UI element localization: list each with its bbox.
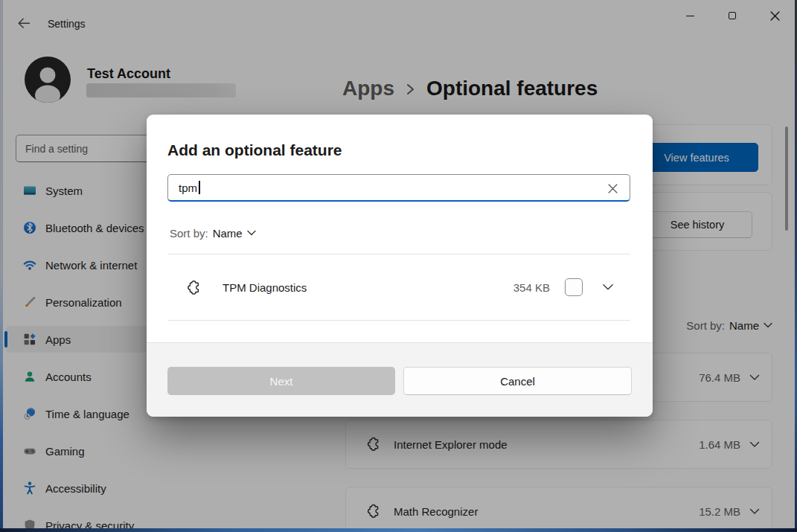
add-optional-feature-dialog: Add an optional feature tpm Sort by: Nam… [147,115,653,417]
sort-by-value: Name [213,227,243,240]
text-caret [199,181,200,194]
divider [167,320,630,321]
sort-by-label: Sort by: [170,227,208,240]
feature-checkbox[interactable] [565,278,583,296]
feature-size: 354 KB [513,281,550,294]
dialog-title: Add an optional feature [167,141,342,159]
desktop-edge-bottom [0,528,797,532]
cancel-button[interactable]: Cancel [403,367,632,395]
search-query-text: tpm [179,182,197,194]
next-button[interactable]: Next [167,367,395,395]
settings-window: Settings Test Account [0,0,797,532]
clear-search-button[interactable] [606,182,619,195]
dialog-footer: Next Cancel [147,342,653,417]
dialog-sort-dropdown[interactable]: Sort by: Name [170,223,256,243]
feature-name: TPM Diagnostics [223,281,307,294]
feature-search-input[interactable]: tpm [167,174,630,202]
close-icon [608,184,618,193]
chevron-down-icon [247,230,256,236]
puzzle-piece-icon [185,279,202,296]
chevron-down-icon[interactable] [602,283,614,291]
desktop-edge-left [0,0,3,532]
feature-result-row[interactable]: TPM Diagnostics 354 KB [167,254,630,320]
